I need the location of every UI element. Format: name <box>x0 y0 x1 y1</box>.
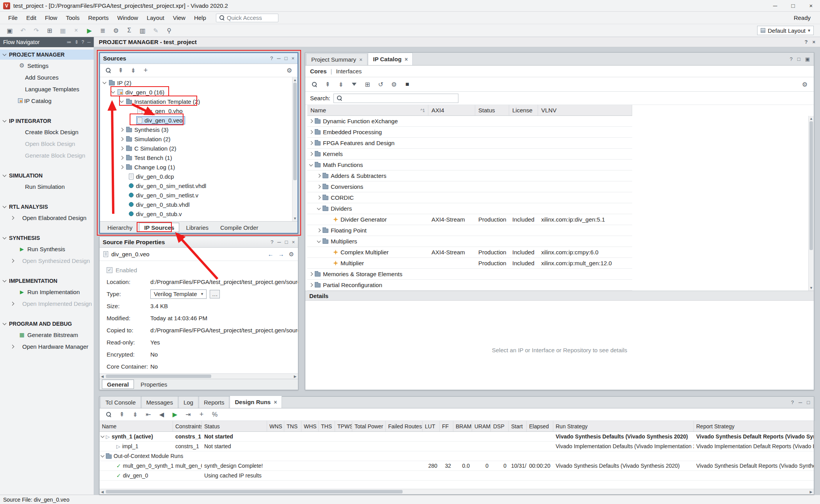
catalog-row-complex-multiplier[interactable]: Complex MultiplierAXI4-StreamProductionI… <box>307 247 632 258</box>
runs-column-report-strategy[interactable]: Report Strategy <box>694 421 815 431</box>
chevron-down-icon[interactable] <box>101 434 105 438</box>
run-icon[interactable]: ▶ <box>84 25 95 35</box>
copy-icon[interactable]: ⊞ <box>44 25 55 35</box>
menu-reports[interactable]: Reports <box>84 13 113 23</box>
scroll-right-icon[interactable]: ▶ <box>292 374 298 379</box>
expand-all-icon[interactable]: ⇟ <box>335 79 347 89</box>
chevron-down-icon[interactable] <box>317 206 321 210</box>
maximize-panel-icon[interactable]: ▣ <box>805 56 810 62</box>
float-panel-icon[interactable]: □ <box>285 55 288 61</box>
flownav-item-add-sources[interactable]: Add Sources <box>0 71 94 83</box>
vertical-scrollbar[interactable]: ▲ ▼ <box>292 77 298 221</box>
layout-selector[interactable]: Default Layout ▾ <box>757 26 814 35</box>
flownav-section-rtl-analysis[interactable]: RTL ANALYSIS <box>0 202 94 212</box>
runs-column-tpws[interactable]: TPWS <box>335 421 352 431</box>
percent-icon[interactable]: % <box>209 410 221 420</box>
scroll-up-icon[interactable]: ▲ <box>292 78 298 82</box>
search-icon[interactable] <box>102 66 114 76</box>
menu-file[interactable]: File <box>4 13 22 23</box>
runs-column-elapsed[interactable]: Elapsed <box>527 421 553 431</box>
runs-column-dsp[interactable]: DSP <box>491 421 509 431</box>
menu-layout[interactable]: Layout <box>143 13 169 23</box>
settings-gear-icon[interactable]: ⚙ <box>289 251 294 258</box>
minimize-panel-icon[interactable]: ─ <box>87 39 91 45</box>
horizontal-scrollbar[interactable]: ◀ ▶ <box>100 489 814 494</box>
scroll-left-icon[interactable]: ◀ <box>100 374 105 379</box>
edit-icon[interactable]: ✎ <box>150 25 162 35</box>
scroll-down-icon[interactable]: ▼ <box>809 286 814 290</box>
expand-collapse-icon[interactable]: ⇕ <box>75 39 78 45</box>
search-icon[interactable] <box>308 79 320 89</box>
scrollbar-thumb[interactable] <box>809 121 813 250</box>
menu-view[interactable]: View <box>169 13 190 23</box>
run-row-out-of-context-module-runs[interactable]: Out-of-Context Module Runs <box>100 451 814 461</box>
flownav-item-create-block-design[interactable]: Create Block Design <box>0 126 94 138</box>
expand-all-icon[interactable]: ⇟ <box>129 410 141 420</box>
source-tree-item-c-simulation-2[interactable]: C Simulation (2) <box>100 144 298 153</box>
step-forward-icon[interactable]: ⇥ <box>182 410 194 420</box>
help-icon[interactable]: ? <box>804 39 808 45</box>
scroll-down-icon[interactable]: ▼ <box>292 217 298 220</box>
chevron-right-icon[interactable] <box>317 229 321 232</box>
source-tree-item-div-gen-0-sim-netlist-vhdl[interactable]: div_gen_0_sim_netlist.vhdl <box>100 181 298 190</box>
chevron-right-icon[interactable] <box>120 128 124 131</box>
source-tree-item-div-gen-0-dcp[interactable]: div_gen_0.dcp <box>100 172 298 181</box>
source-tree-item-ip-2[interactable]: IP (2) <box>100 78 298 87</box>
close-icon[interactable]: × <box>274 399 277 405</box>
chevron-down-icon[interactable] <box>120 99 124 103</box>
sources-tab-hierarchy[interactable]: Hierarchy <box>102 223 137 232</box>
source-tree-item-synthesis-3[interactable]: Synthesis (3) <box>100 125 298 134</box>
chevron-down-icon[interactable] <box>103 80 107 84</box>
scrollbar-thumb[interactable] <box>293 83 297 180</box>
run-row-div-gen-0[interactable]: ✓div_gen_0Using cached IP results <box>100 471 814 481</box>
sources-tab-libraries[interactable]: Libraries <box>181 223 214 232</box>
bottom-tab-tcl-console[interactable]: Tcl Console <box>100 396 141 408</box>
ip-search-input[interactable] <box>333 94 458 103</box>
type-dropdown[interactable]: Verilog Template▾ <box>150 289 207 299</box>
catalog-row-math-functions[interactable]: Math Functions <box>307 160 632 170</box>
chevron-right-icon[interactable] <box>120 146 124 150</box>
runs-column-ths[interactable]: THS <box>319 421 335 431</box>
runs-column-name[interactable]: Name <box>100 421 173 431</box>
run-row-mult-gen-0-synth-1[interactable]: ✓mult_gen_0_synth_1mult_gen_0synth_desig… <box>100 461 814 471</box>
catalog-tab-project-summary[interactable]: Project Summary× <box>306 53 367 65</box>
properties-tab-properties[interactable]: Properties <box>135 380 172 389</box>
bottom-tab-messages[interactable]: Messages <box>141 396 178 408</box>
flownav-item-open-hardware-manager[interactable]: Open Hardware Manager <box>0 341 94 352</box>
runs-column-run-strategy[interactable]: Run Strategy <box>553 421 694 431</box>
refresh-icon[interactable]: ↺ <box>375 79 387 89</box>
float-panel-icon[interactable]: □ <box>807 399 810 405</box>
expand-all-icon[interactable]: ⇟ <box>127 66 139 76</box>
gear-icon[interactable]: ⚙ <box>110 25 122 35</box>
close-layout-icon[interactable]: × <box>812 39 815 45</box>
catalog-row-fpga-features-and-design[interactable]: FPGA Features and Design <box>307 138 632 149</box>
runs-column-failed-routes[interactable]: Failed Routes <box>386 421 422 431</box>
runs-column-total-power[interactable]: Total Power <box>352 421 386 431</box>
vertical-scrollbar[interactable]: ▲ ▼ <box>808 116 814 291</box>
step-back-icon[interactable]: ◀ <box>156 410 168 420</box>
quick-access-search[interactable]: Quick Access <box>216 14 278 22</box>
chevron-right-icon[interactable] <box>309 272 313 276</box>
flownav-item-open-synthesized-design[interactable]: Open Synthesized Design <box>0 255 94 266</box>
scrollbar-thumb[interactable] <box>106 374 211 378</box>
save-icon[interactable]: ▣ <box>4 25 16 35</box>
step-first-icon[interactable]: ⇤ <box>143 410 154 420</box>
delete-icon[interactable]: × <box>70 25 82 35</box>
chevron-right-icon[interactable] <box>120 137 124 141</box>
undo-icon[interactable]: ↶ <box>17 25 29 35</box>
close-panel-icon[interactable]: × <box>292 239 295 245</box>
flownav-section-implementation[interactable]: IMPLEMENTATION <box>0 276 94 286</box>
flownav-section-simulation[interactable]: SIMULATION <box>0 170 94 181</box>
catalog-row-cordic[interactable]: CORDIC <box>307 192 632 203</box>
runs-column-constraints[interactable]: Constraints <box>173 421 202 431</box>
catalog-row-memories-storage-elements[interactable]: Memories & Storage Elements <box>307 269 632 280</box>
bottom-tab-design-runs[interactable]: Design Runs× <box>230 396 282 408</box>
scroll-right-icon[interactable]: ▶ <box>808 489 814 494</box>
runs-column-ff[interactable]: FF <box>440 421 453 431</box>
redo-icon[interactable]: ↷ <box>30 25 42 35</box>
chevron-down-icon[interactable] <box>317 239 321 243</box>
scroll-left-icon[interactable]: ◀ <box>100 489 105 494</box>
add-run-icon[interactable]: + <box>196 410 207 420</box>
catalog-row-adders-subtracters[interactable]: Adders & Subtracters <box>307 170 632 181</box>
report-icon[interactable]: ▥ <box>137 25 148 35</box>
